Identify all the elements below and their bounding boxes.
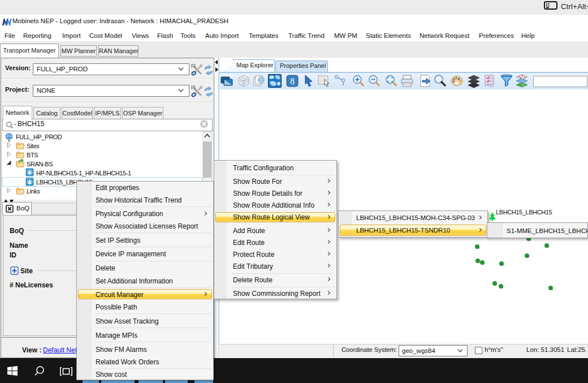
svg-text:8: 8 (290, 76, 295, 86)
